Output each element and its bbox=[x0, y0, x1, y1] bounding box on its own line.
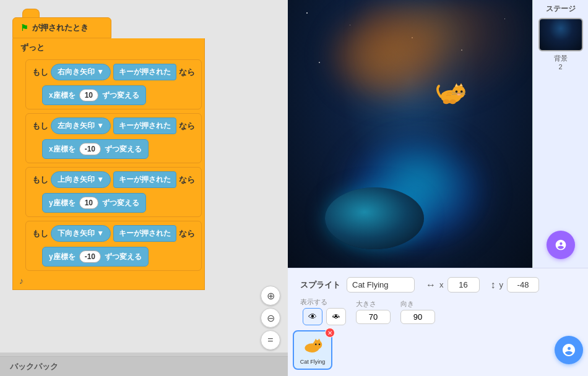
then-label-2: なら bbox=[179, 121, 195, 132]
stage-right-panel: ステージ 背景2 bbox=[532, 0, 588, 268]
then-label-1: なら bbox=[179, 67, 195, 78]
star bbox=[319, 62, 320, 63]
zoom-in-btn[interactable]: ⊕ bbox=[261, 286, 280, 306]
move-y-pos-label: y座標を bbox=[49, 198, 76, 208]
flag-icon: ⚑ bbox=[20, 23, 28, 33]
zoom-out-icon: ⊖ bbox=[267, 312, 275, 324]
move-x-pos[interactable]: x座標を 10 ずつ変える bbox=[42, 85, 146, 105]
cat-sprite bbox=[433, 80, 470, 108]
x-value-input[interactable] bbox=[447, 277, 480, 293]
if-body-1: x座標を 10 ずつ変える bbox=[38, 83, 201, 109]
if-body-3: y座標を 10 ずつ変える bbox=[38, 190, 201, 216]
if-row-1: もし 右向き矢印 ▼ キーが押された なら bbox=[26, 60, 201, 83]
sprite-name-row: スプライト ↔ x ↕ y bbox=[293, 272, 583, 295]
svg-point-20 bbox=[315, 344, 317, 346]
move-x-neg-value: -10 bbox=[79, 143, 101, 155]
move-y-neg-value: -10 bbox=[79, 250, 101, 263]
move-y-neg-unit: ずつ変える bbox=[105, 252, 142, 262]
svg-marker-18 bbox=[314, 338, 317, 341]
props-row: 表示する 👁 👁 大きさ bbox=[293, 295, 583, 328]
bottom-section: スプライト ↔ x ↕ y 表示する bbox=[288, 268, 588, 376]
direction-label: 向き bbox=[400, 299, 435, 309]
sprite-list-container: Cat Flying ✕ bbox=[293, 328, 583, 372]
if-block-2[interactable]: もし 左向き矢印 ▼ キーが押された なら x座標を -10 bbox=[25, 113, 202, 163]
star bbox=[306, 12, 308, 14]
if-body-4: y座標を -10 ずつ変える bbox=[38, 244, 201, 270]
zoom-out-btn[interactable]: ⊖ bbox=[261, 308, 280, 328]
code-panel: ⚑ が押されたとき ずっと もし 右向き矢印 bbox=[0, 0, 288, 376]
sprite-section-label: スプライト bbox=[300, 280, 340, 291]
visibility-item: 表示する 👁 👁 bbox=[300, 297, 346, 325]
move-x-neg[interactable]: x座標を -10 ずつ変える bbox=[42, 139, 149, 159]
size-label: 大きさ bbox=[356, 299, 391, 309]
visibility-toggles: 👁 👁 bbox=[303, 308, 346, 325]
stage-thumb-bg bbox=[540, 19, 582, 50]
direction-input[interactable] bbox=[400, 310, 435, 324]
eye-icon: 👁 bbox=[308, 312, 317, 322]
zoom-reset-icon: = bbox=[267, 335, 273, 346]
stage-row: ステージ 背景2 bbox=[288, 0, 588, 268]
coord-group-x: ↔ x bbox=[426, 277, 480, 293]
then-label-4: なら bbox=[179, 228, 195, 239]
bg-count: 背景2 bbox=[554, 54, 568, 70]
move-x-pos-unit: ずつ変える bbox=[102, 90, 139, 101]
zoom-reset-btn[interactable]: = bbox=[261, 330, 280, 350]
show-btn[interactable]: 👁 bbox=[303, 308, 322, 325]
loop-label: ずっと bbox=[13, 38, 204, 57]
loop-block[interactable]: ずっと もし 右向き矢印 ▼ キーが押された なら bbox=[12, 38, 205, 290]
svg-point-17 bbox=[313, 340, 322, 349]
sprite-thumb-preview bbox=[298, 335, 327, 357]
stage-canvas bbox=[288, 0, 532, 268]
cat-thumb-label: Cat Flying bbox=[300, 359, 326, 365]
eye-closed-icon: 👁 bbox=[332, 312, 340, 321]
hat-block-label: が押されたとき bbox=[32, 22, 89, 33]
coord-group-y: ↕ y bbox=[491, 277, 540, 293]
backpack-label: バックパック bbox=[10, 361, 58, 372]
key-down-label: 下向き矢印 ▼ bbox=[58, 228, 104, 239]
sprite-name-input[interactable] bbox=[347, 277, 415, 293]
key-pressed-3: キーが押された bbox=[113, 171, 176, 188]
key-up[interactable]: 上向き矢印 ▼ bbox=[51, 171, 111, 188]
if-block-3[interactable]: もし 上向き矢印 ▼ キーが押された なら y座標を 10 bbox=[25, 167, 202, 217]
move-x-pos-value: 10 bbox=[79, 89, 98, 101]
sprites-column: スプライト ↔ x ↕ y 表示する bbox=[288, 268, 588, 376]
if-label-3: もし bbox=[32, 174, 48, 186]
y-label: y bbox=[499, 280, 504, 289]
svg-marker-19 bbox=[318, 338, 320, 341]
move-y-neg[interactable]: y座標を -10 ずつ変える bbox=[42, 247, 149, 267]
x-icon: ↔ bbox=[426, 280, 436, 291]
key-pressed-4: キーが押された bbox=[113, 225, 176, 242]
direction-item: 向き bbox=[400, 299, 435, 324]
move-x-neg-label: x座標を bbox=[49, 144, 76, 155]
hide-btn[interactable]: 👁 bbox=[326, 308, 346, 325]
add-stage-btn[interactable] bbox=[547, 231, 575, 259]
move-y-pos[interactable]: y座標を 10 ずつ変える bbox=[42, 193, 146, 213]
hat-block[interactable]: ⚑ が押されたとき bbox=[12, 17, 111, 38]
if-block-1[interactable]: もし 右向き矢印 ▼ キーが押された なら x座標を 10 bbox=[25, 59, 202, 109]
move-x-pos-label: x座標を bbox=[49, 90, 76, 101]
zoom-in-icon: ⊕ bbox=[267, 290, 275, 302]
backpack-bar[interactable]: バックパック bbox=[0, 356, 288, 376]
key-left[interactable]: 左向き矢印 ▼ bbox=[51, 118, 111, 134]
add-sprite-btn[interactable] bbox=[555, 336, 583, 364]
size-input[interactable] bbox=[356, 310, 391, 324]
planet bbox=[325, 187, 424, 249]
key-right-label: 右向き矢印 ▼ bbox=[58, 67, 104, 77]
y-value-input[interactable] bbox=[507, 277, 539, 293]
if-block-4[interactable]: もし 下向き矢印 ▼ キーが押された なら y座標を -10 bbox=[25, 221, 202, 271]
stage-thumbnail[interactable] bbox=[538, 18, 583, 51]
key-right[interactable]: 右向き矢印 ▼ bbox=[51, 64, 111, 80]
then-label-3: なら bbox=[179, 174, 195, 186]
cat-flying-thumb[interactable]: Cat Flying ✕ bbox=[293, 330, 332, 370]
delete-sprite-btn[interactable]: ✕ bbox=[325, 328, 335, 338]
svg-point-15 bbox=[449, 100, 456, 105]
if-label-4: もし bbox=[32, 228, 48, 239]
zoom-controls: ⊕ ⊖ = bbox=[261, 286, 280, 350]
stage-bg bbox=[288, 0, 532, 268]
key-pressed-2: キーが押された bbox=[113, 118, 176, 134]
if-row-2: もし 左向き矢印 ▼ キーが押された なら bbox=[26, 114, 201, 137]
size-item: 大きさ bbox=[356, 299, 391, 324]
stage-label: ステージ bbox=[546, 4, 576, 14]
y-icon: ↕ bbox=[491, 280, 496, 291]
key-down[interactable]: 下向き矢印 ▼ bbox=[51, 225, 111, 242]
